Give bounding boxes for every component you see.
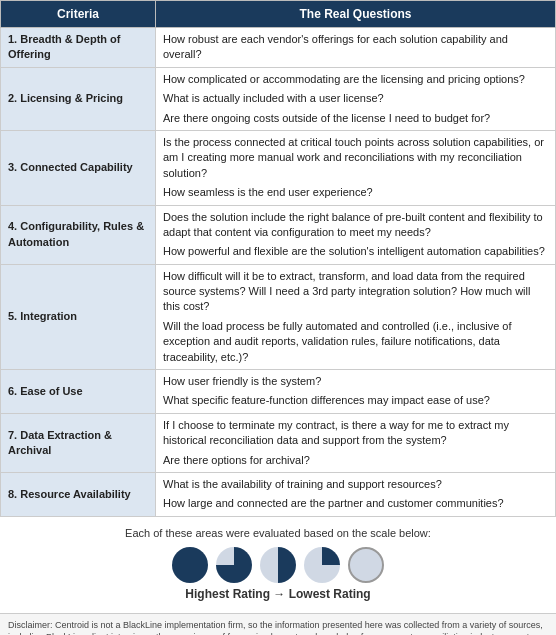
questions-cell-7: If I choose to terminate my contract, is… xyxy=(156,413,556,472)
disclaimer-section: Disclaimer: Centroid is not a BlackLine … xyxy=(0,613,556,635)
question-line: How robust are each vendor's offerings f… xyxy=(163,32,548,63)
criteria-cell-7: 7. Data Extraction & Archival xyxy=(1,413,156,472)
rating-quarter-icon xyxy=(304,547,340,583)
eval-text: Each of these areas were evaluated based… xyxy=(10,527,546,539)
questions-cell-8: What is the availability of training and… xyxy=(156,472,556,516)
criteria-cell-3: 3. Connected Capability xyxy=(1,130,156,205)
table-row: 1. Breadth & Depth of OfferingHow robust… xyxy=(1,28,556,68)
question-line: How seamless is the end user experience? xyxy=(163,185,548,200)
question-line: Does the solution include the right bala… xyxy=(163,210,548,241)
question-line: What specific feature-function differenc… xyxy=(163,393,548,408)
question-line: How user friendly is the system? xyxy=(163,374,548,389)
question-line: Is the process connected at critical tou… xyxy=(163,135,548,181)
question-line: Are there ongoing costs outside of the l… xyxy=(163,111,548,126)
question-line: Will the load process be fully automated… xyxy=(163,319,548,365)
header-criteria: Criteria xyxy=(1,1,156,28)
question-line: How powerful and flexible are the soluti… xyxy=(163,244,548,259)
rating-label: Highest Rating → Lowest Rating xyxy=(10,587,546,601)
rating-empty-icon xyxy=(348,547,384,583)
criteria-table: Criteria The Real Questions 1. Breadth &… xyxy=(0,0,556,517)
table-row: 5. IntegrationHow difficult will it be t… xyxy=(1,264,556,369)
rating-icons xyxy=(10,547,546,583)
criteria-cell-6: 6. Ease of Use xyxy=(1,370,156,414)
question-line: How large and connected are the partner … xyxy=(163,496,548,511)
table-row: 4. Configurability, Rules & AutomationDo… xyxy=(1,205,556,264)
criteria-cell-4: 4. Configurability, Rules & Automation xyxy=(1,205,156,264)
main-container: Criteria The Real Questions 1. Breadth &… xyxy=(0,0,556,635)
questions-cell-2: How complicated or accommodating are the… xyxy=(156,67,556,130)
question-line: What is the availability of training and… xyxy=(163,477,548,492)
disclaimer-text: Disclaimer: Centroid is not a BlackLine … xyxy=(8,619,548,635)
questions-cell-3: Is the process connected at critical tou… xyxy=(156,130,556,205)
rating-full-icon xyxy=(172,547,208,583)
questions-cell-6: How user friendly is the system?What spe… xyxy=(156,370,556,414)
questions-cell-4: Does the solution include the right bala… xyxy=(156,205,556,264)
question-line: If I choose to terminate my contract, is… xyxy=(163,418,548,449)
questions-cell-1: How robust are each vendor's offerings f… xyxy=(156,28,556,68)
question-line: How difficult will it be to extract, tra… xyxy=(163,269,548,315)
table-row: 7. Data Extraction & ArchivalIf I choose… xyxy=(1,413,556,472)
criteria-cell-8: 8. Resource Availability xyxy=(1,472,156,516)
header-questions: The Real Questions xyxy=(156,1,556,28)
rating-half-icon xyxy=(260,547,296,583)
rating-three-quarter-icon xyxy=(216,547,252,583)
questions-cell-5: How difficult will it be to extract, tra… xyxy=(156,264,556,369)
criteria-cell-2: 2. Licensing & Pricing xyxy=(1,67,156,130)
table-row: 6. Ease of UseHow user friendly is the s… xyxy=(1,370,556,414)
footer-section: Each of these areas were evaluated based… xyxy=(0,517,556,613)
criteria-cell-5: 5. Integration xyxy=(1,264,156,369)
table-row: 8. Resource AvailabilityWhat is the avai… xyxy=(1,472,556,516)
question-line: What is actually included with a user li… xyxy=(163,91,548,106)
question-line: How complicated or accommodating are the… xyxy=(163,72,548,87)
question-line: Are there options for archival? xyxy=(163,453,548,468)
table-row: 3. Connected CapabilityIs the process co… xyxy=(1,130,556,205)
criteria-cell-1: 1. Breadth & Depth of Offering xyxy=(1,28,156,68)
table-row: 2. Licensing & PricingHow complicated or… xyxy=(1,67,556,130)
